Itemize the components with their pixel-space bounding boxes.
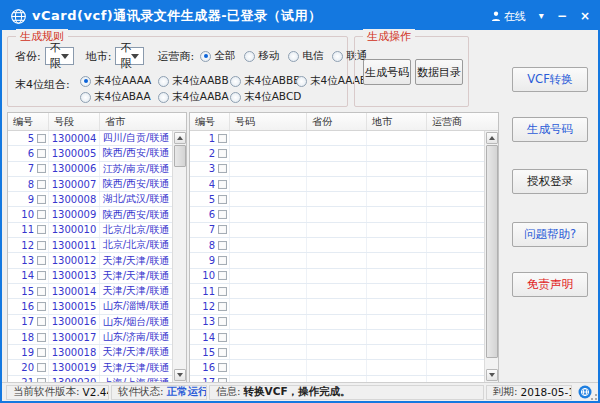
- table-row[interactable]: 16: [190, 360, 498, 375]
- row-checkbox[interactable]: [218, 134, 227, 143]
- row-checkbox[interactable]: [37, 317, 46, 326]
- generate-numbers-button[interactable]: 生成号码: [363, 59, 411, 85]
- empty-cell: [307, 162, 367, 176]
- scroll-down-button[interactable]: [486, 369, 498, 381]
- side-button-1[interactable]: VCF转换: [512, 67, 588, 92]
- table-row[interactable]: 8: [190, 238, 498, 253]
- table-row[interactable]: 201300019天津/天津/联通: [8, 360, 186, 375]
- radio-option[interactable]: 末4位ABAA: [80, 90, 151, 104]
- radio-option[interactable]: 末4位AABB: [158, 74, 229, 88]
- row-checkbox[interactable]: [37, 149, 46, 158]
- row-checkbox[interactable]: [218, 317, 227, 326]
- numbers-scrollbar[interactable]: [484, 131, 498, 382]
- table-row[interactable]: 1: [190, 131, 498, 146]
- radio-option[interactable]: 电信: [288, 49, 323, 63]
- resize-grip[interactable]: [591, 394, 597, 400]
- row-checkbox[interactable]: [37, 333, 46, 342]
- row-checkbox[interactable]: [218, 149, 227, 158]
- table-row[interactable]: 13: [190, 315, 498, 330]
- row-checkbox[interactable]: [37, 348, 46, 357]
- table-row[interactable]: 101300009陕西/西安/联通: [8, 207, 186, 222]
- row-checkbox[interactable]: [218, 164, 227, 173]
- side-button-2[interactable]: 生成号码: [512, 117, 588, 142]
- row-checkbox[interactable]: [37, 225, 46, 234]
- radio-option[interactable]: 全部: [200, 49, 235, 63]
- segments-scrollbar[interactable]: [172, 131, 186, 382]
- scroll-down-button[interactable]: [174, 369, 186, 381]
- row-checkbox[interactable]: [218, 210, 227, 219]
- table-row[interactable]: 14: [190, 330, 498, 345]
- row-checkbox[interactable]: [37, 180, 46, 189]
- city-select[interactable]: 不限: [115, 47, 144, 65]
- table-row[interactable]: 15: [190, 345, 498, 360]
- table-row[interactable]: 131300012天津/天津/联通: [8, 253, 186, 268]
- table-row[interactable]: 111300010北京/北京/联通: [8, 223, 186, 238]
- row-checkbox[interactable]: [37, 287, 46, 296]
- status-version: 当前软件版本: V2.44: [6, 385, 109, 400]
- table-row[interactable]: 161300015山东/淄博/联通: [8, 299, 186, 314]
- empty-cell: [230, 162, 307, 176]
- data-directory-button[interactable]: 数据目录: [415, 59, 463, 85]
- row-checkbox[interactable]: [37, 256, 46, 265]
- table-row[interactable]: 3: [190, 162, 498, 177]
- table-row[interactable]: 7: [190, 223, 498, 238]
- radio-icon: [200, 51, 211, 62]
- row-checkbox[interactable]: [37, 241, 46, 250]
- table-row[interactable]: 141300013天津/天津/联通: [8, 269, 186, 284]
- row-checkbox[interactable]: [37, 195, 46, 204]
- table-row[interactable]: 12: [190, 299, 498, 314]
- table-row[interactable]: 5: [190, 192, 498, 207]
- table-row[interactable]: 91300008湖北/武汉/联通: [8, 192, 186, 207]
- empty-cell: [367, 207, 427, 221]
- radio-option[interactable]: 末4位ABCD: [230, 90, 301, 104]
- row-checkbox[interactable]: [37, 363, 46, 372]
- table-row[interactable]: 181300017山东/济南/联通: [8, 330, 186, 345]
- row-checkbox[interactable]: [218, 333, 227, 342]
- row-checkbox[interactable]: [218, 241, 227, 250]
- row-checkbox[interactable]: [37, 302, 46, 311]
- row-checkbox[interactable]: [218, 302, 227, 311]
- rules-row-1: 省份: 不限 地市: 不限 运营商: 全部移动电信联通: [15, 47, 343, 65]
- table-row[interactable]: 191300018天津/天津/联通: [8, 345, 186, 360]
- scrollbar-thumb[interactable]: [486, 145, 498, 358]
- radio-option[interactable]: 末4位ABBB: [230, 74, 300, 88]
- table-row[interactable]: 61300005陕西/西安/联通: [8, 146, 186, 161]
- province-select[interactable]: 不限: [45, 47, 74, 65]
- radio-option[interactable]: 末4位AABA: [158, 90, 229, 104]
- row-number-cell: 10: [8, 207, 49, 221]
- row-checkbox[interactable]: [218, 363, 227, 372]
- row-checkbox[interactable]: [218, 195, 227, 204]
- side-button-5[interactable]: 免责声明: [512, 272, 588, 297]
- table-row[interactable]: 4: [190, 177, 498, 192]
- table-row[interactable]: 10: [190, 269, 498, 284]
- table-row[interactable]: 9: [190, 253, 498, 268]
- radio-option[interactable]: 末4位AAAA: [80, 74, 151, 88]
- scrollbar-thumb[interactable]: [174, 145, 186, 167]
- row-checkbox[interactable]: [37, 164, 46, 173]
- table-row[interactable]: 6: [190, 207, 498, 222]
- row-checkbox[interactable]: [37, 134, 46, 143]
- scroll-up-button[interactable]: [486, 132, 498, 144]
- table-row[interactable]: 151300014天津/天津/联通: [8, 284, 186, 299]
- table-row[interactable]: 121300011北京/北京/联通: [8, 238, 186, 253]
- row-checkbox[interactable]: [218, 256, 227, 265]
- empty-cell: [367, 238, 427, 252]
- row-checkbox[interactable]: [218, 225, 227, 234]
- table-row[interactable]: 171300016山东/烟台/联通: [8, 315, 186, 330]
- row-checkbox[interactable]: [37, 271, 46, 280]
- table-row[interactable]: 51300004四川/自贡/联通: [8, 131, 186, 146]
- side-button-4[interactable]: 问题帮助?: [512, 222, 588, 247]
- scroll-up-button[interactable]: [174, 132, 186, 144]
- row-checkbox[interactable]: [218, 271, 227, 280]
- table-row[interactable]: 81300007陕西/西安/联通: [8, 177, 186, 192]
- row-checkbox[interactable]: [218, 287, 227, 296]
- table-row[interactable]: 2: [190, 146, 498, 161]
- table-row[interactable]: 71300006江苏/南京/联通: [8, 162, 186, 177]
- table-row[interactable]: 11: [190, 284, 498, 299]
- radio-option[interactable]: 移动: [244, 49, 279, 63]
- row-checkbox[interactable]: [218, 180, 227, 189]
- row-checkbox[interactable]: [37, 210, 46, 219]
- side-button-3[interactable]: 授权登录: [512, 169, 588, 194]
- row-checkbox[interactable]: [218, 348, 227, 357]
- tray-globe-icon[interactable]: [578, 385, 592, 399]
